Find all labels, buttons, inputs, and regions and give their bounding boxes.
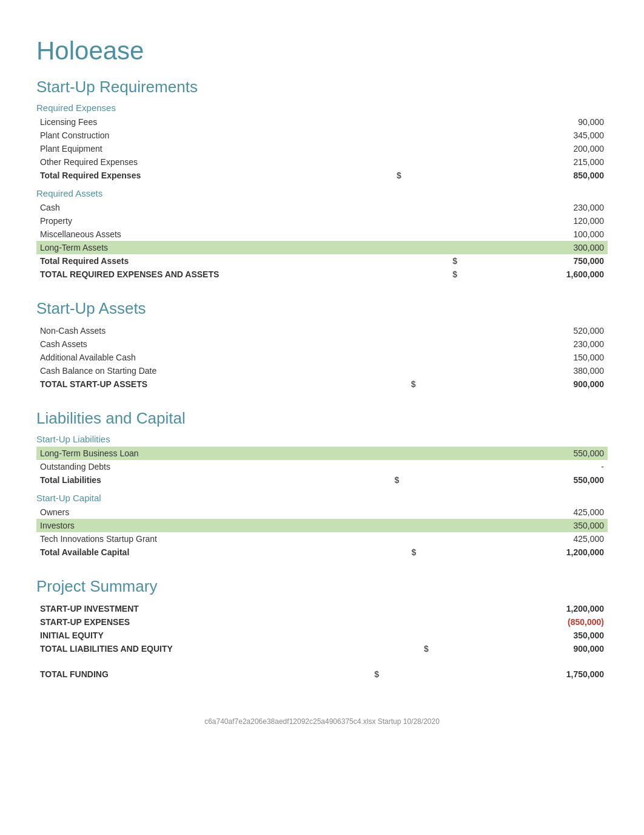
required-expenses-subtitle: Required Expenses	[36, 103, 608, 113]
row-dollar	[337, 129, 404, 142]
table-row: Non-Cash Assets520,000	[36, 324, 608, 337]
row-label: Total Required Expenses	[36, 169, 337, 182]
startup-capital-subtitle: Start-Up Capital	[36, 493, 608, 503]
table-row: INITIAL EQUITY350,000	[36, 629, 608, 642]
row-label: Cash	[36, 201, 412, 214]
row-label: Total Required Assets	[36, 254, 412, 268]
row-dollar	[337, 142, 404, 155]
row-value: 100,000	[461, 228, 608, 241]
row-value: 345,000	[405, 129, 608, 142]
row-dollar: $	[412, 254, 461, 268]
row-value: 215,000	[405, 155, 608, 169]
table-row: Property120,000	[36, 214, 608, 228]
row-dollar	[374, 629, 432, 642]
footer-text: c6a740af7e2a206e38aedf12092c25a4906375c4…	[204, 717, 440, 726]
row-dollar	[357, 337, 419, 351]
startup-liabilities-table: Long-Term Business Loan550,000Outstandin…	[36, 447, 608, 487]
row-dollar	[412, 228, 461, 241]
required-assets-subtitle: Required Assets	[36, 188, 608, 198]
row-dollar: $	[357, 546, 420, 559]
row-value: 520,000	[420, 324, 608, 337]
row-value: 550,000	[403, 473, 608, 487]
row-label: Total Liabilities	[36, 473, 335, 487]
startup-capital-table: Owners425,000Investors350,000Tech Innova…	[36, 505, 608, 559]
row-value: 350,000	[432, 629, 608, 642]
startup-liabilities-block: Start-Up Liabilities Long-Term Business …	[36, 434, 608, 487]
row-value: 850,000	[405, 169, 608, 182]
row-dollar	[412, 214, 461, 228]
table-row: Licensing Fees90,000	[36, 115, 608, 129]
row-label: Plant Construction	[36, 129, 337, 142]
row-value: 380,000	[420, 364, 608, 377]
row-value: 425,000	[420, 532, 608, 546]
table-row: Other Required Expenses215,000	[36, 155, 608, 169]
row-value: 120,000	[461, 214, 608, 228]
row-label: Total Available Capital	[36, 546, 357, 559]
row-label: Property	[36, 214, 412, 228]
row-value: 425,000	[420, 505, 608, 519]
row-value: (850,000)	[432, 615, 608, 629]
row-value: 750,000	[461, 254, 608, 268]
row-dollar	[412, 241, 461, 254]
row-dollar	[357, 351, 419, 364]
table-row: Long-Term Assets300,000	[36, 241, 608, 254]
startup-requirements-title: Start-Up Requirements	[36, 78, 608, 96]
row-label: Outstanding Debts	[36, 460, 335, 473]
row-value: 1,200,000	[432, 602, 608, 615]
total-funding-value: 1,750,000	[383, 668, 608, 681]
table-row: Investors350,000	[36, 519, 608, 532]
row-label: Cash Assets	[36, 337, 357, 351]
table-row: TOTAL REQUIRED EXPENSES AND ASSETS$1,600…	[36, 268, 608, 281]
table-row: TOTAL LIABILITIES AND EQUITY$900,000	[36, 642, 608, 655]
row-label: Miscellaneous Assets	[36, 228, 412, 241]
liabilities-capital-section: Liabilities and Capital Start-Up Liabili…	[36, 409, 608, 559]
row-value: 230,000	[420, 337, 608, 351]
row-value: 900,000	[420, 377, 608, 391]
table-row: Long-Term Business Loan550,000	[36, 447, 608, 460]
row-label: Licensing Fees	[36, 115, 337, 129]
row-value: 150,000	[420, 351, 608, 364]
row-label: Other Required Expenses	[36, 155, 337, 169]
row-label: START-UP INVESTMENT	[36, 602, 374, 615]
row-value: 900,000	[432, 642, 608, 655]
row-dollar	[374, 602, 432, 615]
total-funding-table: TOTAL FUNDING $ 1,750,000	[36, 668, 608, 681]
table-row: Total Available Capital$1,200,000	[36, 546, 608, 559]
table-row: Total Required Assets$750,000	[36, 254, 608, 268]
row-label: START-UP EXPENSES	[36, 615, 374, 629]
row-label: Additional Available Cash	[36, 351, 357, 364]
project-summary-table: START-UP INVESTMENT1,200,000START-UP EXP…	[36, 602, 608, 655]
total-funding-dollar: $	[270, 668, 383, 681]
table-row: START-UP INVESTMENT1,200,000	[36, 602, 608, 615]
startup-assets-title: Start-Up Assets	[36, 299, 608, 318]
row-value: 90,000	[405, 115, 608, 129]
startup-capital-block: Start-Up Capital Owners425,000Investors3…	[36, 493, 608, 559]
table-row: Tech Innovations Startup Grant425,000	[36, 532, 608, 546]
total-funding-row: TOTAL FUNDING $ 1,750,000	[36, 668, 608, 681]
row-label: Long-Term Business Loan	[36, 447, 335, 460]
startup-requirements-section: Start-Up Requirements Required Expenses …	[36, 78, 608, 281]
table-row: Plant Equipment200,000	[36, 142, 608, 155]
row-dollar	[357, 519, 420, 532]
table-row: Cash230,000	[36, 201, 608, 214]
required-assets-table: Cash230,000Property120,000Miscellaneous …	[36, 201, 608, 281]
startup-assets-table: Non-Cash Assets520,000Cash Assets230,000…	[36, 324, 608, 391]
row-dollar	[335, 460, 403, 473]
app-title: Holoease	[36, 36, 608, 66]
row-dollar	[357, 324, 419, 337]
row-value: 1,600,000	[461, 268, 608, 281]
row-dollar	[335, 447, 403, 460]
row-label: Plant Equipment	[36, 142, 337, 155]
row-value: 300,000	[461, 241, 608, 254]
row-dollar: $	[374, 642, 432, 655]
row-value: 350,000	[420, 519, 608, 532]
table-row: Cash Balance on Starting Date380,000	[36, 364, 608, 377]
table-row: Cash Assets230,000	[36, 337, 608, 351]
table-row: START-UP EXPENSES(850,000)	[36, 615, 608, 629]
row-value: 550,000	[403, 447, 608, 460]
row-dollar	[337, 115, 404, 129]
required-expenses-table: Licensing Fees90,000Plant Construction34…	[36, 115, 608, 182]
row-value: 200,000	[405, 142, 608, 155]
row-label: TOTAL LIABILITIES AND EQUITY	[36, 642, 374, 655]
table-row: Outstanding Debts-	[36, 460, 608, 473]
